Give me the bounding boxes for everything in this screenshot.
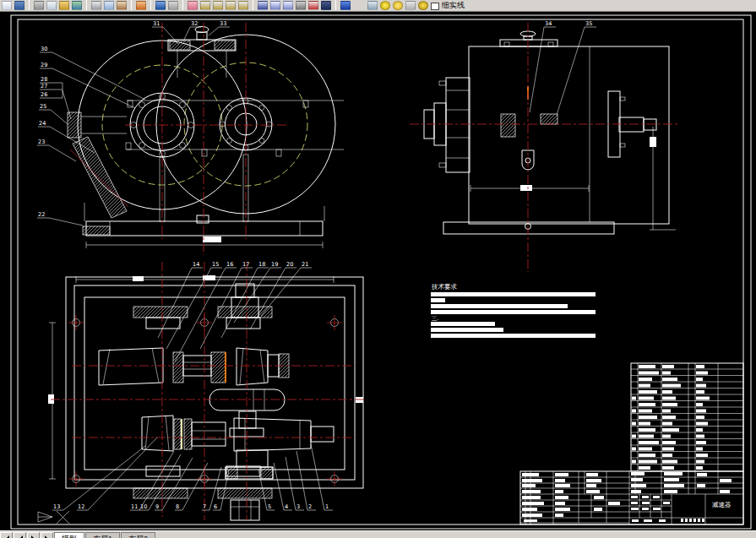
layer-linetype-swatch-icon[interactable] xyxy=(431,3,439,10)
copy-icon[interactable] xyxy=(104,1,114,10)
callout-label: 30 xyxy=(41,46,47,52)
tab-first-button[interactable] xyxy=(0,532,13,538)
callout-label: 9 xyxy=(155,503,159,510)
paste-icon[interactable] xyxy=(117,1,127,10)
callout-label: 2 xyxy=(308,503,312,510)
callout-label: 21 xyxy=(302,261,308,268)
layout-tabbar: 模型 布局1 布局2 xyxy=(0,530,756,538)
drawing-canvas[interactable]: 30 29 28 27 26 25 24 23 22 31 32 33 xyxy=(0,12,756,530)
layer-color-icon[interactable] xyxy=(418,1,428,10)
drawing-svg[interactable]: 30 29 28 27 26 25 24 23 22 31 32 33 xyxy=(0,12,756,530)
callout-label: 27 xyxy=(41,83,47,90)
callout-label: 5 xyxy=(268,503,271,510)
callout-label: 13 xyxy=(53,503,60,510)
new-file-icon[interactable] xyxy=(2,1,12,10)
callout-label: 15 xyxy=(212,261,219,268)
table-icon[interactable] xyxy=(321,1,331,10)
callout-label: 26 xyxy=(41,91,47,98)
callout-label: 18 xyxy=(258,261,265,268)
plot-preview-icon[interactable] xyxy=(46,1,57,10)
bom-table xyxy=(631,363,743,471)
ucs-icon xyxy=(38,511,69,524)
separator xyxy=(335,0,336,10)
tech-requirements-title: 技术要求 xyxy=(431,283,458,291)
publish-icon[interactable] xyxy=(59,1,69,10)
tab-next-button[interactable] xyxy=(27,532,40,538)
zoom-previous-icon[interactable] xyxy=(226,1,236,10)
redo-icon[interactable] xyxy=(168,1,178,10)
callout-label: 10 xyxy=(140,503,147,510)
callout-label: 34 xyxy=(545,20,552,27)
tab-model[interactable]: 模型 xyxy=(54,532,84,538)
callout-label: 25 xyxy=(40,103,46,110)
tab-prev-button[interactable] xyxy=(14,532,26,538)
tab-layout1[interactable]: 布局1 xyxy=(85,532,120,538)
title-block: 减速器 xyxy=(520,471,743,524)
block-attribute-icon[interactable] xyxy=(283,1,293,10)
section-view-callouts-bottom: 13 12 11 10 9 8 7 6 5 4 3 2 1 xyxy=(52,437,333,510)
part-name: 减速器 xyxy=(712,501,732,508)
zoom-window-icon[interactable] xyxy=(213,1,223,10)
current-layer-name[interactable]: 细实线 xyxy=(442,1,465,10)
plot-icon[interactable] xyxy=(34,1,44,10)
callout-label: 19 xyxy=(271,261,278,268)
side-view xyxy=(410,23,677,272)
drawing-frame xyxy=(11,15,751,529)
save-icon[interactable] xyxy=(14,1,24,10)
callout-label: 23 xyxy=(38,139,45,145)
zoom-extents-icon[interactable] xyxy=(238,1,248,10)
callout-label: 14 xyxy=(193,261,199,268)
tab-layout2[interactable]: 布局2 xyxy=(121,532,155,538)
cad-window: 细实线 xyxy=(0,0,756,538)
callout-label: 6 xyxy=(214,503,217,510)
named-views-icon[interactable] xyxy=(308,1,318,10)
text-style-icon[interactable] xyxy=(258,1,268,10)
callout-label: 24 xyxy=(39,120,46,127)
tech-requirements: 技术要求 三. xyxy=(431,283,596,338)
flange-bolts xyxy=(68,315,342,486)
callout-label: 28 xyxy=(41,76,47,83)
undo-icon[interactable] xyxy=(155,1,166,10)
layers-icon[interactable] xyxy=(367,1,378,10)
tech-requirements-item-label: 三. xyxy=(432,315,439,322)
callout-label: 8 xyxy=(176,503,179,510)
front-view xyxy=(68,23,344,255)
separator xyxy=(150,0,151,10)
side-view-callouts: 34 35 xyxy=(530,20,596,115)
callout-label: 29 xyxy=(41,62,47,68)
callout-label: 12 xyxy=(78,503,84,510)
cut-icon[interactable] xyxy=(91,1,101,10)
separator xyxy=(253,0,253,10)
separator xyxy=(182,0,183,10)
callout-label: 22 xyxy=(38,211,45,218)
section-view xyxy=(48,262,366,520)
tab-last-button[interactable] xyxy=(41,532,53,538)
callout-label: 33 xyxy=(220,20,226,27)
render-icon[interactable] xyxy=(296,1,306,10)
separator xyxy=(86,0,87,10)
callout-label: 17 xyxy=(242,261,249,268)
bom-text-redacted xyxy=(632,365,710,470)
callout-label: 1 xyxy=(325,503,329,510)
layer-freeze-sun-icon[interactable] xyxy=(393,1,403,10)
match-properties-icon[interactable] xyxy=(136,1,146,10)
separator xyxy=(29,0,30,10)
zoom-realtime-icon[interactable] xyxy=(200,1,210,10)
callout-label: 4 xyxy=(285,503,288,510)
callout-label: 11 xyxy=(131,503,138,510)
layer-on-bulb-icon[interactable] xyxy=(380,1,390,10)
callout-label: 3 xyxy=(296,503,300,510)
pan-icon[interactable] xyxy=(188,1,198,10)
callout-label: 31 xyxy=(153,20,160,27)
callout-label: 16 xyxy=(226,261,233,268)
callout-label: 7 xyxy=(203,503,206,510)
layer-lock-icon[interactable] xyxy=(405,1,416,10)
toolbar: 细实线 xyxy=(0,0,756,12)
callout-label: 32 xyxy=(191,20,198,27)
callout-label: 35 xyxy=(585,20,592,27)
separator xyxy=(131,0,132,10)
etransmit-icon[interactable] xyxy=(72,1,82,10)
block-insert-icon[interactable] xyxy=(270,1,280,10)
callout-label: 20 xyxy=(286,261,293,268)
help-icon[interactable] xyxy=(340,1,351,10)
